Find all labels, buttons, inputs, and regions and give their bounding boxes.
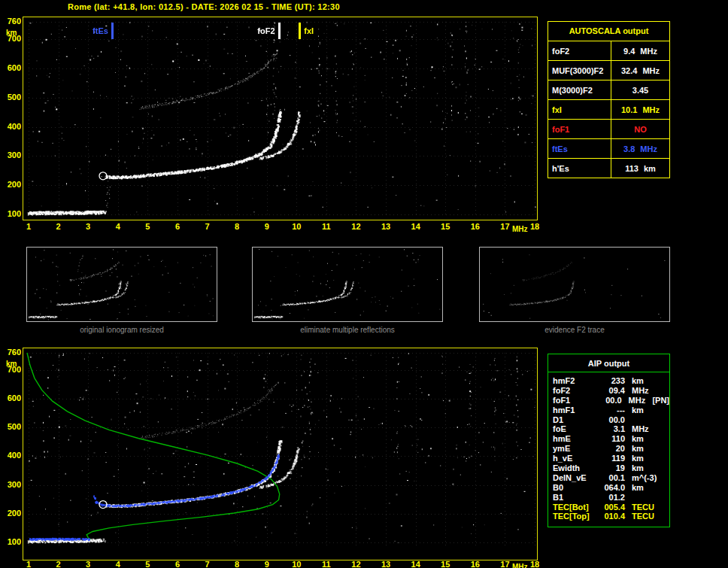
row-value: 10.1MHz — [611, 100, 669, 119]
x-tick-label: 18 — [530, 223, 539, 230]
x-tick-label: 13 — [381, 560, 390, 568]
value-number: 113 — [625, 164, 639, 173]
value-number: 10.1 — [621, 105, 637, 114]
value-unit: MHz — [642, 66, 660, 75]
x-tick-label: 4 — [116, 560, 120, 568]
row-unit: TECU — [625, 503, 654, 512]
value-number: 3.8 — [623, 144, 635, 153]
row-unit — [625, 493, 632, 503]
row-label: foE — [548, 424, 596, 434]
row-label: ftEs — [548, 139, 611, 158]
row-label: B0 — [548, 483, 596, 493]
aip-row: hmF1---km — [548, 405, 669, 415]
row-unit: MHz [PN] — [622, 396, 669, 405]
x-tick-label: 18 — [530, 560, 539, 568]
row-unit: km — [625, 434, 644, 444]
value-unit: km — [644, 164, 656, 173]
y-tick-label: 100 — [2, 538, 21, 546]
x-tick-label: 12 — [351, 560, 360, 568]
row-label: TEC[Bot] — [548, 503, 596, 512]
x-tick-label: 15 — [441, 560, 450, 568]
row-value: NO — [611, 120, 669, 138]
marker-bar — [278, 23, 281, 39]
y-tick-label: 600 — [2, 64, 21, 72]
row-label: M(3000)F2 — [548, 80, 611, 99]
x-tick-label: 13 — [381, 223, 390, 230]
aip-row: h_vE119km — [548, 454, 669, 463]
row-unit: km — [625, 405, 644, 415]
x-tick-label: 3 — [86, 560, 90, 568]
x-tick-label: 10 — [292, 560, 301, 568]
x-tick-label: 6 — [175, 223, 180, 230]
row-label: foF2 — [548, 41, 611, 60]
row-value: 20 — [596, 444, 625, 454]
row-label: hmE — [548, 434, 596, 444]
value-number: 32.4 — [621, 66, 637, 75]
autoscala-header: AUTOSCALA output — [548, 22, 669, 41]
aip-row: hmE110km — [548, 434, 669, 444]
x-tick-label: 8 — [235, 223, 239, 230]
row-unit: m^(-3) — [625, 473, 657, 483]
marker-label: fxI — [304, 27, 314, 35]
y-tick-label: 760 — [2, 17, 21, 26]
ionogram-canvas-bottom — [23, 348, 537, 560]
thumbnail-original-canvas — [27, 248, 217, 321]
aip-row: foE3.1MHz — [548, 424, 669, 434]
thumbnail-f2-evidence — [479, 247, 670, 322]
aip-row: TEC[Top]010.4TECU — [548, 512, 669, 521]
row-unit: MHz — [625, 424, 649, 434]
row-label: fxI — [548, 100, 611, 119]
row-value: 01.2 — [596, 493, 625, 503]
row-value: 19 — [596, 463, 625, 473]
value-number: 3.45 — [632, 86, 648, 95]
aip-row: Ewidth19km — [548, 463, 669, 473]
y-axis-unit-label: km — [6, 360, 17, 368]
ionogram-plot-top — [23, 17, 538, 220]
aip-row: ymE20km — [548, 444, 669, 454]
x-tick-label: 4 — [116, 223, 120, 230]
row-label: foF2 — [548, 386, 596, 396]
autoscala-row: ftEs3.8MHz — [548, 138, 669, 158]
autoscala-row: foF29.4MHz — [548, 41, 669, 60]
y-tick-label: 400 — [2, 123, 21, 131]
aip-row: TEC[Bot]005.4TECU — [548, 503, 669, 512]
row-value: --- — [596, 405, 625, 415]
y-tick-label: 300 — [2, 151, 21, 159]
x-tick-label: 7 — [205, 223, 209, 230]
value-unit: MHz — [642, 105, 660, 114]
x-tick-label: 2 — [56, 223, 61, 230]
y-tick-label: 200 — [2, 509, 21, 518]
x-tick-label: 9 — [265, 223, 269, 230]
y-tick-label: 500 — [2, 93, 21, 102]
x-tick-label: 1 — [26, 560, 31, 568]
y-axis-unit-label: km — [6, 29, 17, 37]
y-tick-label: 500 — [2, 423, 21, 431]
row-value: 113km — [611, 159, 669, 178]
row-label: B1 — [548, 493, 596, 503]
aip-row: B101.2 — [548, 493, 669, 503]
x-tick-label: 16 — [471, 223, 480, 230]
x-tick-label: 15 — [441, 223, 450, 230]
row-label: D1 — [548, 415, 596, 425]
row-label: hmF1 — [548, 405, 596, 415]
aip-output-table: AIP output hmF2233kmfoF209.4MHzfoF100.0M… — [548, 354, 670, 527]
row-label: ymE — [548, 444, 596, 454]
row-label: h_vE — [548, 454, 596, 463]
thumbnail-no-multiples — [252, 247, 443, 322]
aip-rows: hmF2233kmfoF209.4MHzfoF100.0MHz [PN]hmF1… — [548, 372, 669, 521]
x-tick-label: 14 — [411, 223, 420, 230]
aip-row: D100.0 — [548, 415, 669, 425]
y-tick-label: 300 — [2, 481, 21, 489]
row-value: 064.0 — [596, 483, 625, 493]
marker-label: foF2 — [257, 27, 275, 35]
autoscala-row: fxI10.1MHz — [548, 99, 669, 119]
y-tick-label: 400 — [2, 451, 21, 460]
y-tick-label: 100 — [2, 210, 21, 218]
thumbnail-caption: evidence F2 trace — [479, 326, 670, 334]
row-unit: km — [625, 463, 644, 473]
value-number: NO — [634, 125, 647, 134]
y-tick-label: 200 — [2, 181, 21, 189]
x-tick-label: 16 — [471, 560, 480, 568]
marker-bar — [299, 23, 301, 39]
row-value: 010.4 — [596, 512, 625, 521]
